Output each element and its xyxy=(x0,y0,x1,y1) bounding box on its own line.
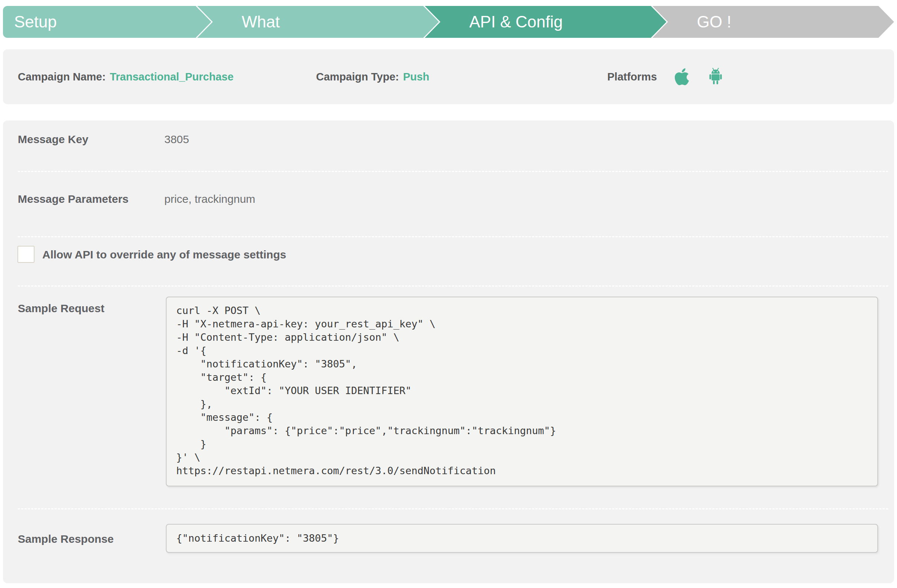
override-api-checkbox[interactable] xyxy=(17,246,35,263)
message-parameters-value: price, trackingnum xyxy=(164,193,255,205)
step-setup[interactable]: Setup xyxy=(3,6,211,38)
divider xyxy=(18,286,888,287)
step-what[interactable]: What xyxy=(197,6,439,38)
campaign-name-group: Campaign Name: Transactional_Purchase xyxy=(18,49,234,104)
wizard-stepper: Setup What API & Config GO ! xyxy=(3,6,894,38)
divider xyxy=(18,171,888,172)
override-api-checkbox-label: Allow API to override any of message set… xyxy=(42,248,286,261)
divider xyxy=(18,508,888,509)
step-go[interactable]: GO ! xyxy=(652,6,894,38)
sample-request-code-box: curl -X POST \ -H "X-netmera-api-key: yo… xyxy=(166,296,878,486)
message-key-value: 3805 xyxy=(164,133,189,146)
api-config-panel: Message Key 3805 Message Parameters pric… xyxy=(3,121,894,583)
campaign-type-label: Campaign Type: xyxy=(316,71,399,83)
campaign-name-value: Transactional_Purchase xyxy=(110,71,234,83)
message-key-label: Message Key xyxy=(18,133,88,146)
step-setup-label: Setup xyxy=(14,12,57,31)
campaign-type-group: Campaign Type: Push xyxy=(316,49,429,104)
divider xyxy=(18,236,888,237)
campaign-info-bar: Campaign Name: Transactional_Purchase Ca… xyxy=(3,49,894,104)
step-what-label: What xyxy=(242,12,280,31)
message-parameters-label: Message Parameters xyxy=(18,193,129,205)
campaign-type-value: Push xyxy=(403,71,429,83)
step-api-config-label: API & Config xyxy=(469,12,563,31)
step-api-config[interactable]: API & Config xyxy=(425,6,667,38)
sample-response-code-box: {"notificationKey": "3805"} xyxy=(166,524,878,553)
platforms-group: Platforms xyxy=(607,49,724,104)
apple-icon xyxy=(674,67,690,86)
sample-request-code: curl -X POST \ -H "X-netmera-api-key: yo… xyxy=(176,304,868,478)
sample-response-label: Sample Response xyxy=(18,533,113,545)
android-icon xyxy=(707,67,724,86)
step-go-label: GO ! xyxy=(697,12,732,31)
platforms-label: Platforms xyxy=(607,71,657,83)
sample-response-code: {"notificationKey": "3805"} xyxy=(176,531,339,545)
sample-request-label: Sample Request xyxy=(18,302,104,315)
campaign-name-label: Campaign Name: xyxy=(18,71,106,83)
